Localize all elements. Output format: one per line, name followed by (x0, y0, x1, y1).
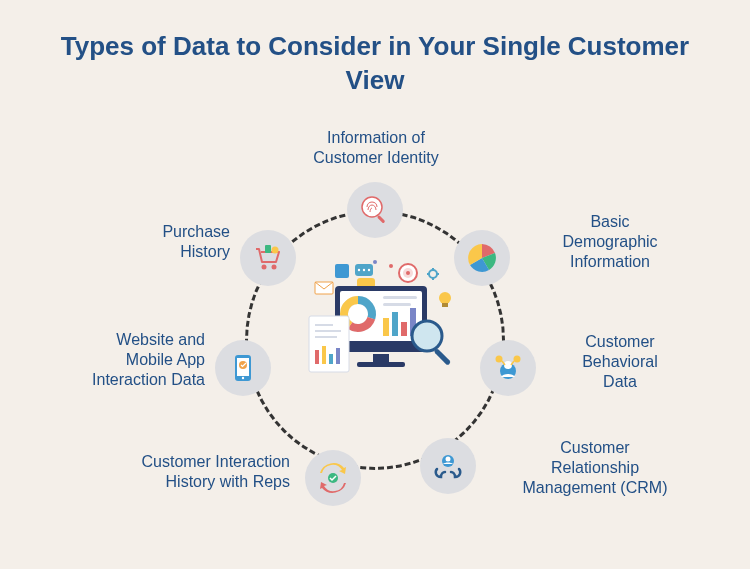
svg-point-10 (368, 269, 370, 271)
svg-rect-26 (315, 330, 341, 332)
svg-point-47 (242, 377, 244, 379)
svg-rect-35 (442, 303, 448, 307)
svg-point-6 (429, 270, 437, 278)
shopping-cart-icon (251, 241, 285, 275)
svg-rect-27 (315, 336, 337, 338)
label-purchase-history: PurchaseHistory (120, 222, 230, 262)
svg-rect-51 (265, 245, 271, 253)
node-web-mobile (215, 340, 271, 396)
svg-rect-31 (336, 348, 340, 364)
svg-rect-19 (383, 303, 411, 306)
label-interaction-reps: Customer InteractionHistory with Reps (80, 452, 290, 492)
svg-rect-29 (322, 346, 326, 364)
svg-rect-22 (401, 322, 407, 336)
svg-point-9 (363, 269, 365, 271)
node-crm (420, 438, 476, 494)
svg-point-34 (439, 292, 451, 304)
svg-point-52 (272, 247, 279, 254)
svg-point-32 (412, 321, 442, 351)
monitor-analytics-icon (295, 258, 455, 398)
node-customer-identity (347, 182, 403, 238)
svg-point-50 (272, 265, 277, 270)
svg-point-2 (389, 264, 393, 268)
svg-point-8 (358, 269, 360, 271)
label-web-mobile: Website andMobile AppInteraction Data (55, 330, 205, 390)
label-crm: CustomerRelationshipManagement (CRM) (500, 438, 690, 498)
label-basic-demographic: BasicDemographicInformation (535, 212, 685, 272)
svg-point-1 (373, 260, 377, 264)
svg-point-48 (239, 361, 247, 369)
pie-chart-icon (465, 241, 499, 275)
svg-rect-30 (329, 354, 333, 364)
svg-rect-25 (315, 324, 333, 326)
radial-diagram: Information ofCustomer Identity BasicDem… (0, 150, 750, 569)
node-purchase-history (240, 230, 296, 286)
svg-rect-33 (433, 348, 451, 366)
page-title: Types of Data to Consider in Your Single… (0, 30, 750, 98)
svg-rect-37 (377, 215, 385, 223)
user-behavior-icon (491, 351, 525, 385)
sync-people-icon (316, 461, 350, 495)
hands-customer-icon (431, 449, 465, 483)
svg-rect-16 (357, 362, 405, 367)
node-interaction-reps (305, 450, 361, 506)
svg-rect-18 (383, 296, 417, 299)
svg-rect-0 (335, 264, 349, 278)
mobile-app-icon (226, 351, 260, 385)
svg-rect-20 (383, 318, 389, 336)
node-basic-demographic (454, 230, 510, 286)
label-customer-identity: Information ofCustomer Identity (298, 128, 454, 168)
svg-point-36 (362, 197, 382, 217)
svg-rect-21 (392, 312, 398, 336)
svg-point-43 (446, 457, 451, 462)
svg-point-49 (262, 265, 267, 270)
svg-point-39 (504, 361, 512, 369)
svg-point-5 (406, 271, 410, 275)
svg-rect-28 (315, 350, 319, 364)
svg-rect-15 (373, 354, 389, 362)
fingerprint-search-icon (358, 193, 392, 227)
label-behavioral-data: CustomerBehavioralData (555, 332, 685, 392)
node-behavioral-data (480, 340, 536, 396)
